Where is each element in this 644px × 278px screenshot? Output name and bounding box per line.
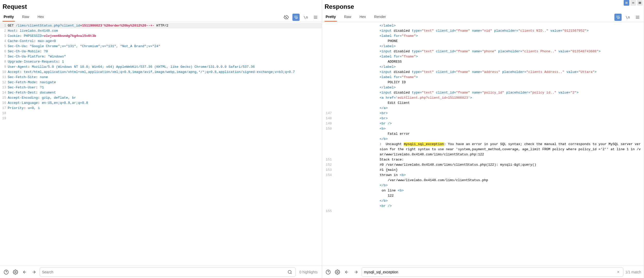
code-line[interactable]: 12Sec-Fetch-Mode: navigate (0, 80, 322, 85)
code-line[interactable]: </b> (322, 198, 644, 204)
code-line[interactable]: 154thrown in <b> (322, 173, 644, 178)
line-number (322, 28, 333, 33)
code-line[interactable]: 153#1 {main} (322, 167, 644, 173)
equals-icon[interactable] (630, 0, 636, 6)
code-line[interactable]: 150<b> (322, 126, 644, 131)
code-line[interactable]: <input disabled type="text" client_id="f… (322, 70, 644, 75)
request-search-input[interactable] (42, 270, 286, 274)
tab-pretty[interactable]: Pretty (325, 13, 337, 22)
line-content: 122 (333, 193, 644, 198)
code-line[interactable]: 3Cookie: PHPSESSID=vlvjven6bsndg7kg4val5… (0, 33, 322, 39)
code-line[interactable]: 17Priority: u=0, i (0, 106, 322, 111)
code-line[interactable]: <br /> (322, 204, 644, 209)
line-content: </label> (333, 85, 644, 90)
code-line[interactable]: 155 (322, 209, 644, 214)
response-search-input[interactable] (364, 270, 615, 274)
code-line[interactable]: PHONE (322, 39, 644, 44)
code-line[interactable]: <input disabled type="text" client_id="f… (322, 28, 644, 33)
gear-icon[interactable] (334, 268, 341, 276)
code-line[interactable]: 10Accept: text/html,application/xhtml+xm… (0, 70, 322, 75)
code-line[interactable]: 9User-Agent: Mozilla/5.0 (Windows NT 10.… (0, 64, 322, 70)
code-line[interactable]: 15Accept-Encoding: gzip, deflate, br (0, 95, 322, 100)
wrap-lines-icon[interactable] (614, 14, 622, 21)
request-title: Request (0, 0, 322, 12)
tab-render[interactable]: Render (373, 13, 387, 22)
code-line[interactable]: </label> (322, 64, 644, 70)
tab-raw[interactable]: Raw (343, 13, 352, 22)
code-line[interactable]: </b> (322, 137, 644, 142)
code-line[interactable]: <label for="fname"> (322, 33, 644, 39)
arrow-left-icon[interactable] (21, 268, 28, 276)
code-line[interactable]: <input disabled type="text" client_id="f… (322, 90, 644, 95)
code-line[interactable]: 151Stack trace: (322, 157, 644, 162)
line-content: Priority: u=0, i (8, 106, 322, 111)
code-line[interactable]: </label> (322, 23, 644, 28)
code-line[interactable]: <a href='editClient.php?client_id=151198… (322, 95, 644, 100)
line-content: ADDRESS (333, 59, 644, 64)
hamburger-icon[interactable] (634, 14, 641, 21)
code-line[interactable]: on line <b> (322, 188, 644, 193)
code-line[interactable]: </label> (322, 44, 644, 49)
help-icon[interactable] (3, 268, 10, 276)
line-content: <br /> (333, 204, 644, 209)
code-line[interactable]: 16Accept-Language: en-US,en;q=0.9,ar;q=0… (0, 100, 322, 106)
code-line[interactable]: <label for="fname"> (322, 54, 644, 59)
clear-icon[interactable]: × (615, 270, 621, 274)
code-line[interactable]: Edit Client (322, 100, 644, 106)
tab-hex[interactable]: Hex (359, 13, 367, 22)
line-content: Upgrade-Insecure-Requests: 1 (8, 59, 322, 64)
line-number: 15 (0, 95, 8, 100)
code-line[interactable]: 5Sec-Ch-Ua: "Google Chrome";v="131", "Ch… (0, 44, 322, 49)
code-line[interactable]: 14Sec-Fetch-Dest: document (0, 90, 322, 95)
code-line[interactable]: 1GET /lims/clientStatus.php?client_id=15… (0, 23, 322, 28)
code-line[interactable]: Fatal error (322, 131, 644, 137)
tab-pretty[interactable]: Pretty (3, 13, 15, 22)
code-line[interactable]: </label> (322, 85, 644, 90)
layout-icon[interactable] (637, 0, 643, 6)
code-line[interactable]: 8Upgrade-Insecure-Requests: 1 (0, 59, 322, 64)
code-line[interactable]: 122 (322, 193, 644, 198)
code-line[interactable]: 19 (0, 116, 322, 121)
code-line[interactable]: POLICY ID (322, 80, 644, 85)
code-line[interactable]: 7Sec-Ch-Ua-Platform: "Windows" (0, 54, 322, 59)
code-line[interactable]: 152#0 /var/www/livelabs.0x4148.com/lims/… (322, 162, 644, 167)
code-line[interactable]: </b> (322, 183, 644, 188)
newline-icon[interactable]: \n (302, 14, 309, 21)
code-line[interactable]: ADDRESS (322, 59, 644, 64)
arrow-left-icon[interactable] (343, 268, 350, 276)
request-code-area[interactable]: 1GET /lims/clientStatus.php?client_id=15… (0, 22, 322, 266)
line-number: 17 (0, 106, 8, 111)
line-content: <a href='editClient.php?client_id=151198… (333, 95, 644, 100)
hamburger-icon[interactable] (312, 14, 319, 21)
code-line[interactable]: /var/www/livelabs.0x4148.com/lims/client… (322, 178, 644, 183)
arrow-right-icon[interactable] (30, 268, 38, 276)
line-number (322, 193, 333, 198)
line-content: Sec-Ch-Ua-Mobile: ?0 (8, 49, 322, 54)
code-line[interactable]: 148<br> (322, 116, 644, 121)
pause-icon[interactable] (624, 0, 629, 6)
help-icon[interactable] (325, 268, 332, 276)
gear-icon[interactable] (12, 268, 19, 276)
code-line[interactable]: : Uncaught mysqli_sql_exception: You hav… (322, 142, 644, 157)
tab-raw[interactable]: Raw (21, 13, 30, 22)
code-line[interactable]: 18 (0, 111, 322, 116)
code-line[interactable]: 149<br /> (322, 121, 644, 126)
code-line[interactable]: 6Sec-Ch-Ua-Mobile: ?0 (0, 49, 322, 54)
response-code-area[interactable]: </label><input disabled type="text" clie… (322, 22, 644, 266)
search-icon[interactable] (286, 268, 293, 276)
code-line[interactable]: </a> (322, 106, 644, 111)
code-line[interactable]: <input disabled type="text" client_id="f… (322, 49, 644, 54)
arrow-right-icon[interactable] (352, 268, 360, 276)
wrap-lines-icon[interactable] (292, 14, 300, 21)
code-line[interactable]: 4Cache-Control: max-age=0 (0, 39, 322, 44)
code-line[interactable]: 147<br> (322, 111, 644, 116)
code-line[interactable]: 11Sec-Fetch-Site: none (0, 75, 322, 80)
visibility-off-icon[interactable] (283, 14, 290, 21)
svg-rect-3 (626, 2, 626, 4)
newline-icon[interactable]: \n (624, 14, 631, 21)
line-number: 12 (0, 80, 8, 85)
tab-hex[interactable]: Hex (37, 13, 45, 22)
code-line[interactable]: <label for="fname"> (322, 75, 644, 80)
code-line[interactable]: 13Sec-Fetch-User: ?1 (0, 85, 322, 90)
code-line[interactable]: 2Host: livelabs.0x4148.com (0, 28, 322, 33)
